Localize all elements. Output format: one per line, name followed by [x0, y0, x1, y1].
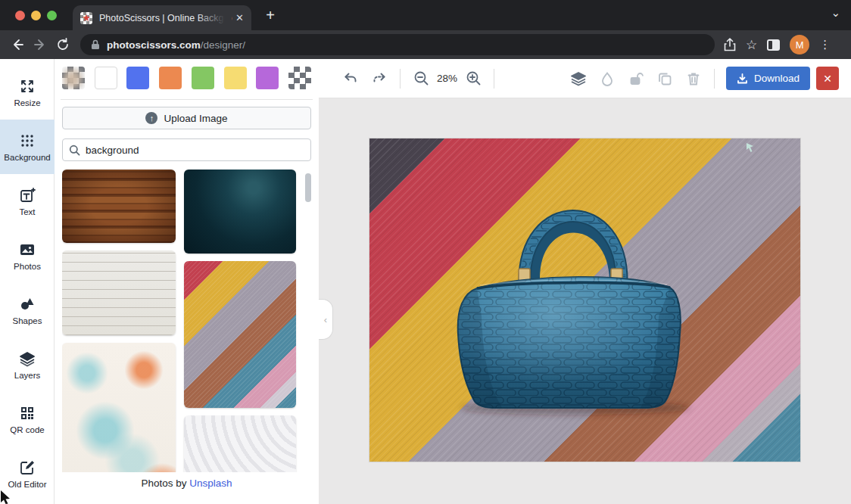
url-path: /designer/	[201, 39, 245, 51]
browser-tab-strip: ★ PhotoScissors | Online Backgro ✕ + ⌄	[0, 0, 851, 30]
thumbnail-watercolor[interactable]	[62, 343, 176, 472]
thumbnail-wood-planks[interactable]	[62, 170, 176, 243]
tool-rail: Resize Background Text Photos Shapes Lay…	[0, 59, 55, 504]
profile-avatar[interactable]: M	[790, 35, 809, 54]
toolbar-divider	[714, 69, 715, 89]
side-panel-icon[interactable]	[767, 39, 780, 51]
swatch-blue[interactable]	[126, 67, 149, 89]
lock-icon	[91, 39, 100, 50]
rail-item-resize[interactable]: Resize	[0, 65, 55, 120]
rail-label: Resize	[14, 98, 40, 107]
canvas-workspace[interactable]: ‹	[319, 98, 851, 504]
rail-item-qr-code[interactable]: QR code	[0, 392, 55, 446]
mouse-cursor	[0, 490, 11, 504]
search-icon	[69, 145, 80, 156]
background-grid-icon	[19, 132, 36, 149]
tab-search-chevron-icon[interactable]: ⌄	[831, 6, 840, 20]
browser-menu-icon[interactable]: ⋮	[819, 38, 831, 51]
layers-order-icon[interactable]	[569, 70, 588, 88]
panel-collapse-handle[interactable]: ‹	[319, 299, 333, 340]
minimize-window-button[interactable]	[31, 11, 41, 20]
close-window-button[interactable]	[15, 11, 25, 20]
download-button-label: Download	[754, 73, 800, 84]
resize-icon	[19, 78, 36, 95]
rail-label: Old Editor	[8, 480, 46, 489]
download-icon	[737, 73, 748, 84]
undo-icon[interactable]	[341, 70, 360, 88]
background-panel: ↑ Upload Image Photos by Unsplash	[55, 59, 319, 504]
unsplash-link[interactable]: Unsplash	[189, 478, 232, 489]
photos-icon	[19, 241, 36, 258]
zoom-level: 28%	[437, 73, 457, 84]
browser-url-bar: photoscissors.com/designer/ ☆ M ⋮	[0, 30, 851, 59]
rail-item-layers[interactable]: Layers	[0, 338, 55, 392]
editor-toolbar: 28%	[319, 59, 851, 98]
browser-tab[interactable]: ★ PhotoScissors | Online Backgro ✕	[73, 5, 251, 30]
swatch-white[interactable]	[95, 67, 117, 89]
rail-item-text[interactable]: Text	[0, 174, 55, 229]
back-icon[interactable]	[6, 33, 29, 56]
rail-label: Shapes	[12, 316, 42, 325]
traffic-lights	[15, 11, 57, 20]
rail-item-shapes[interactable]: Shapes	[0, 283, 55, 338]
reload-icon[interactable]	[51, 33, 74, 56]
swatch-transparent[interactable]	[288, 67, 311, 89]
color-swatches	[62, 67, 311, 89]
download-button[interactable]: Download	[726, 67, 810, 90]
thumbnail-scrollbar[interactable]	[305, 173, 311, 202]
shapes-icon	[19, 296, 36, 313]
duplicate-icon[interactable]	[656, 70, 674, 88]
thumbnail-striped-wood[interactable]	[184, 261, 296, 408]
rail-label: Layers	[14, 371, 41, 380]
rail-item-background[interactable]: Background	[0, 120, 55, 174]
handbag-image	[369, 138, 800, 462]
upload-icon: ↑	[145, 112, 157, 124]
upload-image-button[interactable]: ↑ Upload Image	[62, 107, 311, 129]
rail-label: QR code	[10, 425, 44, 434]
new-tab-button[interactable]: +	[260, 7, 280, 24]
unlock-icon[interactable]	[627, 70, 645, 88]
photoscissors-favicon: ★	[80, 12, 92, 24]
favicon-star: ★	[80, 12, 92, 24]
opacity-icon[interactable]	[598, 70, 616, 88]
rail-item-photos[interactable]: Photos	[0, 229, 55, 283]
forward-icon[interactable]	[29, 33, 51, 56]
swatch-purple[interactable]	[256, 67, 279, 89]
old-editor-icon	[19, 459, 36, 476]
artboard-image[interactable]	[369, 138, 800, 462]
photo-cursor-artifact	[747, 143, 753, 152]
thumbnail-dark-clouds[interactable]	[184, 170, 296, 254]
address-bar[interactable]: photoscissors.com/designer/	[80, 34, 715, 55]
panel-divider	[61, 99, 313, 100]
footer-credit-text: Photos by	[141, 478, 186, 489]
thumbnail-white-waves[interactable]	[184, 415, 296, 472]
zoom-window-button[interactable]	[47, 11, 57, 20]
rail-label: Text	[19, 207, 35, 216]
toolbar-divider	[494, 69, 494, 89]
tab-close-icon[interactable]: ✕	[235, 12, 244, 23]
rail-label: Background	[4, 153, 50, 162]
panel-footer: Photos by Unsplash	[62, 478, 311, 489]
upload-button-label: Upload Image	[164, 113, 227, 124]
zoom-in-icon[interactable]	[464, 70, 482, 88]
swatch-green[interactable]	[192, 67, 214, 89]
search-input[interactable]	[86, 145, 304, 156]
redo-icon[interactable]	[370, 70, 388, 88]
background-search[interactable]	[62, 138, 311, 161]
close-editor-button[interactable]: ✕	[816, 67, 839, 90]
swatch-yellow[interactable]	[224, 67, 247, 89]
delete-icon[interactable]	[684, 70, 703, 88]
qr-code-icon	[19, 405, 36, 422]
share-icon[interactable]	[724, 38, 736, 51]
layers-icon	[19, 350, 36, 367]
zoom-out-icon[interactable]	[412, 70, 430, 88]
bookmark-star-icon[interactable]: ☆	[746, 37, 757, 53]
swatch-transparent-current[interactable]	[62, 67, 85, 89]
tab-title-fade	[197, 5, 232, 30]
url-domain: photoscissors.com	[107, 39, 201, 51]
rail-label: Photos	[14, 262, 41, 271]
thumbnail-white-brick[interactable]	[62, 250, 176, 335]
photoscissors-app: Resize Background Text Photos Shapes Lay…	[0, 59, 851, 504]
swatch-orange[interactable]	[159, 67, 182, 89]
background-thumbnails	[62, 170, 311, 472]
